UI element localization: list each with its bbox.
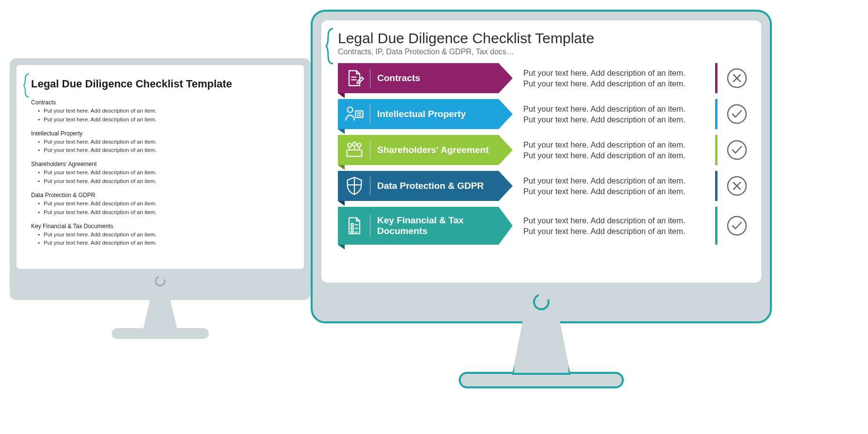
section-bullet: Put your text here. Add description of a… [38, 177, 289, 186]
svg-rect-12 [351, 231, 353, 233]
section-heading: Key Financial & Tax Documents [31, 223, 289, 230]
monitor-frame: Legal Due Diligence Checklist Template C… [311, 10, 772, 323]
row-accent-bar [715, 171, 718, 201]
power-icon [530, 291, 552, 313]
status-x-icon [726, 175, 748, 197]
person-id-icon [344, 103, 365, 125]
section-bullet: Put your text here. Add description of a… [38, 116, 289, 124]
section-heading: Data Protection & GDPR [31, 192, 289, 199]
status-x-icon [726, 67, 748, 89]
row-description: Put your text here. Add description of a… [513, 171, 709, 201]
checklist-row-contracts: Contracts Put your text here. Add descri… [338, 63, 748, 93]
row-label: Key Financial & TaxDocuments [377, 215, 483, 236]
section-bullet: Put your text here. Add description of a… [38, 200, 289, 208]
row-label: Data Protection & GDPR [377, 181, 503, 191]
power-icon [153, 274, 167, 288]
plain-section-shareholders: Shareholders' Agreement Put your text he… [31, 161, 289, 186]
section-bullet: Put your text here. Add description of a… [38, 231, 289, 239]
monitor-stand-base [112, 328, 209, 339]
svg-point-1 [348, 107, 353, 113]
status-check-icon [726, 139, 748, 161]
plain-section-contracts: Contracts Put your text here. Add descri… [31, 99, 289, 124]
row-arrow: Intellectual Property [338, 99, 513, 129]
styled-template-screen: Legal Due Diligence Checklist Template C… [321, 20, 761, 283]
svg-point-3 [728, 105, 746, 123]
svg-point-5 [357, 143, 361, 147]
row-description: Put your text here. Add description of a… [513, 135, 709, 165]
row-description: Put your text here. Add description of a… [513, 63, 709, 93]
status-check-icon [726, 215, 748, 236]
monitor-frame: Legal Due Diligence Checklist Template C… [10, 58, 311, 300]
section-bullet: Put your text here. Add description of a… [38, 138, 289, 147]
row-arrow: Data Protection & GDPR [338, 171, 513, 201]
section-bullet: Put your text here. Add description of a… [38, 107, 289, 116]
plain-template-monitor: Legal Due Diligence Checklist Template C… [10, 58, 311, 339]
row-accent-bar [715, 63, 718, 93]
row-label: Contracts [377, 73, 440, 83]
svg-rect-2 [355, 111, 363, 117]
row-description: Put your text here. Add description of a… [513, 99, 709, 129]
plain-section-gdpr: Data Protection & GDPR Put your text her… [31, 192, 289, 217]
ribbon-fold [338, 93, 345, 98]
checklist-document-icon [344, 215, 365, 236]
section-heading: Intellectual Property [31, 130, 289, 137]
ribbon-fold [338, 201, 345, 206]
monitor-bezel [321, 283, 761, 321]
bracket-icon [23, 73, 30, 98]
shield-icon [344, 175, 365, 197]
section-bullet: Put your text here. Add description of a… [38, 146, 289, 155]
checklist-row-financial: Key Financial & TaxDocuments Put your te… [338, 207, 748, 245]
checklist-row-ip: Intellectual Property Put your text here… [338, 99, 748, 129]
plain-section-financial: Key Financial & Tax Documents Put your t… [31, 223, 289, 248]
row-accent-bar [715, 99, 718, 129]
svg-rect-11 [351, 227, 353, 229]
svg-point-8 [728, 141, 746, 159]
svg-rect-10 [351, 224, 353, 226]
row-accent-bar [715, 207, 718, 245]
svg-point-13 [728, 217, 746, 235]
plain-section-ip: Intellectual Property Put your text here… [31, 130, 289, 155]
bracket-icon [325, 27, 334, 65]
styled-title: Legal Due Diligence Checklist Template [338, 30, 748, 47]
row-label: Intellectual Property [377, 109, 485, 119]
row-accent-bar [715, 135, 718, 165]
section-bullet: Put your text here. Add description of a… [38, 239, 289, 248]
monitor-stand-neck [512, 321, 570, 375]
ribbon-fold [338, 245, 345, 250]
styled-template-monitor: Legal Due Diligence Checklist Template C… [311, 10, 772, 388]
ribbon-fold [338, 165, 345, 170]
row-arrow: Contracts [338, 63, 513, 93]
checklist-row-gdpr: Data Protection & GDPR Put your text her… [338, 171, 748, 201]
section-bullet: Put your text here. Add description of a… [38, 168, 289, 177]
styled-subtitle: Contracts, IP, Data Protection & GDPR, T… [338, 48, 748, 56]
section-heading: Contracts [31, 99, 289, 106]
svg-point-6 [352, 142, 356, 146]
status-check-icon [726, 103, 748, 125]
row-arrow: Shareholders' Agreement [338, 135, 513, 165]
svg-rect-7 [347, 150, 362, 156]
document-edit-icon [344, 67, 365, 89]
section-bullet: Put your text here. Add description of a… [38, 208, 289, 217]
plain-template-screen: Legal Due Diligence Checklist Template C… [17, 65, 304, 269]
row-label: Shareholders' Agreement [377, 145, 508, 155]
ribbon-fold [338, 129, 345, 134]
checklist-rows: Contracts Put your text here. Add descri… [338, 63, 748, 245]
monitor-bezel [17, 269, 304, 293]
svg-point-4 [348, 143, 351, 147]
row-description: Put your text here. Add description of a… [513, 207, 709, 245]
section-heading: Shareholders' Agreement [31, 161, 289, 167]
group-meeting-icon [344, 139, 365, 161]
row-arrow: Key Financial & TaxDocuments [338, 207, 513, 245]
monitor-stand-neck [143, 300, 177, 329]
plain-title: Legal Due Diligence Checklist Template [31, 78, 289, 90]
checklist-row-shareholders: Shareholders' Agreement Put your text he… [338, 135, 748, 165]
